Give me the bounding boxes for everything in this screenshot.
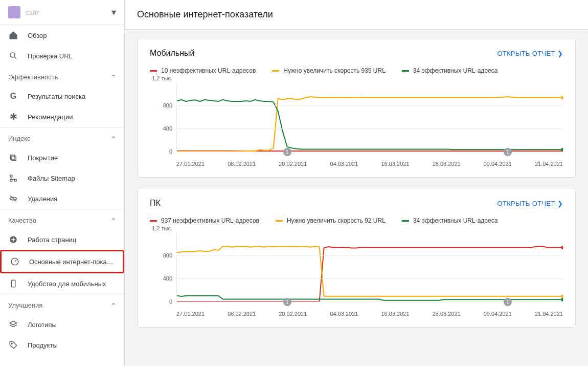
sidebar-item-sitemap[interactable]: Файлы Sitemap [0, 168, 124, 188]
x-tick: 16.03.2021 [381, 161, 410, 167]
svg-rect-8 [11, 280, 15, 287]
legend-item: Нужно увеличить скорость 92 URL [276, 217, 386, 224]
sidebar-item-label: Рекомендации [28, 113, 116, 121]
report-card: ПК ОТКРЫТЬ ОТЧЕТ❯ 937 неэффективных URL-… [137, 188, 576, 328]
y-tick: 400 [163, 125, 172, 132]
sidebar-item-mobile[interactable]: Удобство для мобильных [0, 273, 124, 294]
chevron-right-icon: ❯ [557, 50, 563, 57]
legend-label: 34 эффективных URL-адреса [413, 67, 497, 74]
chevron-up-icon: ⌃ [111, 135, 116, 142]
x-tick: 09.04.2021 [484, 311, 512, 317]
legend-item: 10 неэффективных URL-адресов [150, 67, 256, 74]
sidebar-item-label: Обзор [28, 32, 116, 39]
y-tick: 800 [163, 252, 172, 259]
section-title: Улучшения [8, 302, 111, 309]
sidebar: сайт ▾ ОбзорПроверка URL Эффективность⌃G… [0, 0, 125, 366]
section-header[interactable]: Эффективность⌃ [0, 66, 124, 86]
legend-item: 937 неэффективных URL-адресов [150, 217, 259, 224]
copy-icon [8, 153, 18, 163]
chevron-up-icon: ⌃ [111, 217, 116, 224]
no-eye-icon [8, 193, 18, 204]
legend-item: 34 эффективных URL-адреса [402, 67, 497, 74]
svg-point-9 [11, 343, 12, 344]
x-tick: 28.03.2021 [433, 161, 461, 167]
section-title: Эффективность [8, 73, 111, 81]
search-icon [8, 51, 18, 61]
open-report-button[interactable]: ОТКРЫТЬ ОТЧЕТ❯ [497, 200, 563, 207]
x-tick: 20.02.2021 [279, 311, 307, 317]
sidebar-item-asterisk[interactable]: ✱Рекомендации [0, 106, 124, 127]
sidebar-item-tag[interactable]: Продукты [0, 335, 124, 355]
section-title: Качество [8, 217, 111, 224]
section-title: Индекс [8, 135, 111, 142]
legend-swatch [150, 70, 157, 72]
x-tick: 04.03.2021 [330, 311, 358, 317]
card-title: Мобильный [150, 49, 497, 58]
y-tick-top: 1,2 тыс. [152, 225, 172, 231]
x-tick: 09.04.2021 [484, 161, 512, 167]
chevron-down-icon: ▾ [111, 7, 116, 18]
sidebar-item-label: Проверка URL [28, 52, 116, 60]
property-logo [8, 6, 20, 18]
home-icon [8, 30, 18, 40]
sidebar-item-label: Продукты [28, 341, 116, 349]
sidebar-item-plus-circle[interactable]: Работа страниц [0, 229, 124, 250]
speed-icon [10, 256, 20, 267]
sidebar-item-g[interactable]: GРезультаты поиска [0, 86, 124, 106]
open-report-button[interactable]: ОТКРЫТЬ ОТЧЕТ❯ [497, 50, 563, 57]
y-tick-top: 1,2 тыс. [152, 75, 172, 81]
sidebar-item-label: Файлы Sitemap [28, 175, 116, 182]
legend-label: 937 неэффективных URL-адресов [161, 217, 259, 224]
legend-swatch [402, 220, 409, 222]
legend-item: Нужно увеличить скорость 935 URL [272, 67, 386, 74]
sidebar-item-home[interactable]: Обзор [0, 25, 124, 46]
x-tick: 21.04.2021 [535, 161, 563, 167]
svg-point-14 [561, 298, 563, 302]
mobile-icon [8, 278, 18, 289]
sidebar-item-no-eye[interactable]: Удаления [0, 188, 124, 209]
content: Мобильный ОТКРЫТЬ ОТЧЕТ❯ 10 неэффективны… [125, 30, 588, 366]
sidebar-item-label: Результаты поиска [28, 93, 116, 100]
page-title: Основные интернет-показатели [125, 0, 588, 30]
sidebar-item-copy[interactable]: Покрытие [0, 147, 124, 168]
x-tick: 08.02.2021 [228, 311, 256, 317]
chart-marker[interactable]: 1 [283, 298, 291, 306]
chart-marker[interactable]: 1 [504, 148, 512, 156]
section-header[interactable]: Улучшения⌃ [0, 294, 124, 314]
y-tick: 400 [163, 275, 172, 282]
legend-swatch [272, 70, 279, 72]
legend-item: 34 эффективных URL-адреса [402, 217, 497, 224]
property-selector[interactable]: сайт ▾ [0, 0, 124, 25]
x-tick: 16.03.2021 [381, 311, 410, 317]
plus-circle-icon [8, 234, 18, 245]
x-tick: 08.02.2021 [228, 161, 256, 167]
section-header[interactable]: Качество⌃ [0, 209, 124, 229]
y-tick: 800 [163, 102, 172, 109]
legend-label: Нужно увеличить скорость 935 URL [283, 67, 386, 74]
sidebar-item-search[interactable]: Проверка URL [0, 46, 124, 66]
x-tick: 21.04.2021 [535, 311, 563, 317]
x-tick: 28.03.2021 [433, 311, 461, 317]
chevron-up-icon: ⌃ [111, 302, 116, 309]
svg-point-12 [561, 246, 563, 249]
sitemap-icon [8, 173, 18, 183]
chart-marker[interactable]: 1 [283, 148, 291, 156]
chart-marker[interactable]: 1 [504, 298, 512, 306]
sidebar-item-speed[interactable]: Основные интернет-показ… [0, 250, 124, 273]
sidebar-item-label: Покрытие [28, 154, 116, 162]
svg-point-13 [561, 294, 563, 298]
property-name: сайт [26, 9, 111, 16]
legend-swatch [276, 220, 283, 222]
y-tick: 0 [169, 148, 172, 155]
g-icon: G [8, 91, 18, 101]
sidebar-item-label: Удобство для мобильных [28, 280, 116, 288]
card-title: ПК [150, 199, 497, 208]
legend: 937 неэффективных URL-адресовНужно увели… [150, 217, 563, 224]
legend-label: 34 эффективных URL-адреса [413, 217, 497, 224]
x-tick: 04.03.2021 [330, 161, 358, 167]
svg-point-0 [10, 53, 15, 57]
sidebar-item-layers[interactable]: Логотипы [0, 314, 124, 335]
section-header[interactable]: Индекс⌃ [0, 127, 124, 147]
chart: 1,2 тыс. 0400800 11 27.01.202108.02.2021… [150, 232, 563, 317]
layers-icon [8, 319, 18, 330]
